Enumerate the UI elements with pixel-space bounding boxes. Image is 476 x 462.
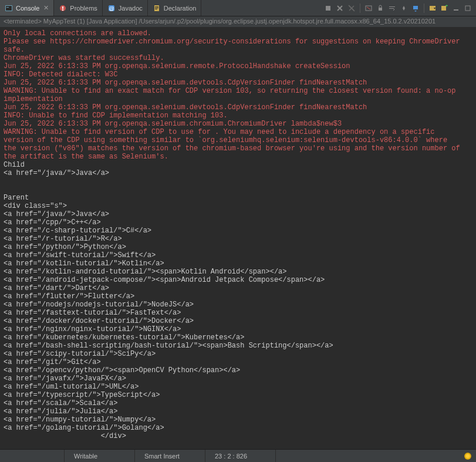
declaration-icon	[153, 4, 161, 12]
toolbar-separator	[424, 4, 424, 13]
console-line: version of the CDP using something simil…	[4, 136, 472, 144]
view-tab-bar: Console ✕ Problems @ Javadoc Declaration	[0, 0, 476, 16]
remove-all-icon[interactable]	[335, 4, 345, 13]
problems-icon	[59, 4, 67, 12]
tab-problems[interactable]: Problems	[54, 0, 102, 16]
svg-line-19	[367, 7, 370, 9]
close-icon[interactable]: ✕	[42, 4, 49, 12]
console-line: <a href="/bash-shell-scripting/bash-tuto…	[4, 342, 472, 350]
status-spacer-right	[276, 450, 476, 462]
clear-console-icon[interactable]	[364, 4, 373, 13]
svg-text:@: @	[109, 6, 114, 12]
tab-javadoc-label: Javadoc	[119, 5, 143, 12]
console-line: <a href="/kotlin-android-tutorial/"><spa…	[4, 268, 472, 276]
console-line: Please see https://chromedriver.chromium…	[4, 38, 472, 46]
console-line: <a href="/numpy-tutorial/">Numpy</a>	[4, 416, 472, 424]
console-line: Parent	[4, 194, 472, 202]
console-line: </div>	[4, 432, 472, 440]
scroll-lock-icon[interactable]	[376, 4, 385, 13]
console-line: <a href="/kotlin-tutorial/">Kotlin</a>	[4, 259, 472, 268]
stop-icon[interactable]	[323, 4, 333, 13]
svg-rect-11	[155, 9, 157, 9]
console-line: <a href="/kubernetes/kubernetes-tutorial…	[4, 333, 472, 342]
console-line: the artifact is the same as Selenium's.	[4, 153, 472, 161]
console-line: <a href="/fasttext-tutorial/">FastText</…	[4, 309, 472, 317]
console-line: <a href="/javafx/">JavaFX</a>	[4, 375, 472, 383]
console-line	[4, 186, 472, 194]
svg-rect-5	[62, 9, 63, 11]
console-line: <a href="/flutter/">Flutter</a>	[4, 292, 472, 301]
status-writable: Writable	[65, 450, 135, 462]
console-line: <a href="/swift-tutorial/">Swift</a>	[4, 251, 472, 259]
svg-rect-22	[389, 8, 393, 9]
console-line: <a href="/scipy-tutorial/">SciPy</a>	[4, 350, 472, 358]
tab-declaration[interactable]: Declaration	[148, 0, 202, 16]
console-line: Jun 25, 2022 6:13:33 PM org.openqa.selen…	[4, 79, 472, 87]
tab-javadoc[interactable]: @ Javadoc	[103, 0, 148, 16]
new-console-icon[interactable]	[440, 4, 449, 13]
console-line: <a href="/scala/">Scala</a>	[4, 399, 472, 407]
remove-launch-icon[interactable]	[347, 4, 356, 13]
console-line: <a href="/android-jetpack-compose/"><spa…	[4, 276, 472, 284]
view-toolbar	[323, 0, 472, 16]
console-line: <a href="/opencv/python/"><span>OpenCV P…	[4, 366, 472, 375]
console-line: <a href="/golang-tutorial/">Golang</a>	[4, 424, 472, 432]
svg-rect-2	[6, 7, 9, 8]
console-line: INFO: Unable to find CDP implementation …	[4, 112, 472, 120]
tab-declaration-label: Declaration	[164, 5, 197, 12]
editor-status-bar: Writable Smart Insert 23 : 2 : 826	[0, 449, 476, 462]
svg-rect-10	[155, 8, 158, 8]
console-line: <a href="/git/">Git</a>	[4, 358, 472, 366]
svg-rect-20	[379, 8, 382, 11]
console-line: <a href="/python/">Python</a>	[4, 243, 472, 251]
display-selected-icon[interactable]	[411, 4, 420, 13]
toolbar-separator	[360, 4, 360, 13]
tab-problems-label: Problems	[70, 5, 97, 12]
console-line: Child	[4, 161, 472, 169]
console-line: <a href="/uml-tutorial/">UML</a>	[4, 383, 472, 391]
console-line: <a href="/dart/">Dart</a>	[4, 284, 472, 292]
minimize-icon[interactable]	[451, 4, 461, 13]
console-line: <a href="/typescript/">TypeScript</a>	[4, 391, 472, 399]
console-line: INFO: Detected dialect: W3C	[4, 70, 472, 79]
status-spacer	[0, 450, 65, 462]
console-line: Jun 25, 2022 6:13:33 PM org.openqa.selen…	[4, 62, 472, 70]
status-insert-mode: Smart Insert	[135, 450, 205, 462]
svg-rect-9	[155, 6, 158, 7]
console-line: <a href="/cpp/">C++</a>	[4, 218, 472, 227]
console-line: <a href="/docker/docker-tutorial/">Docke…	[4, 317, 472, 325]
console-line: ChromeDriver was started successfully.	[4, 54, 472, 62]
status-cursor-position: 23 : 2 : 826	[205, 450, 276, 462]
console-output[interactable]: Only local connections are allowed.Pleas…	[0, 27, 476, 449]
maximize-icon[interactable]	[463, 4, 472, 13]
console-line: Jun 25, 2022 6:13:33 PM org.openqa.selen…	[4, 120, 472, 128]
console-line: <a href="/julia/">Julia</a>	[4, 407, 472, 416]
console-line: <a href="/nginx/nginx-tutorial/">NGINX</…	[4, 325, 472, 333]
console-line: Jun 25, 2022 6:13:33 PM org.openqa.selen…	[4, 103, 472, 112]
console-line: <a href="/java/">Java</a>	[4, 169, 472, 177]
console-line: <a href="/nodejs/nodejs-tutorial/">NodeJ…	[4, 301, 472, 309]
word-wrap-icon[interactable]	[387, 4, 397, 13]
svg-rect-12	[326, 6, 330, 11]
console-line: WARNING: Unable to find an exact match f…	[4, 87, 472, 95]
tab-console[interactable]: Console ✕	[0, 0, 54, 16]
console-line: <a href="/r-tutorial/">R</a>	[4, 235, 472, 243]
javadoc-icon: @	[107, 4, 116, 12]
svg-rect-31	[465, 6, 470, 11]
pin-console-icon[interactable]	[399, 4, 409, 13]
console-line: <a href="/c-sharp-tutorial/">C#</a>	[4, 227, 472, 235]
svg-marker-24	[414, 11, 417, 12]
open-console-icon[interactable]	[428, 4, 437, 13]
svg-rect-1	[6, 6, 12, 11]
console-line: implementation	[4, 95, 472, 103]
svg-rect-27	[441, 6, 446, 11]
svg-rect-4	[62, 6, 63, 9]
build-bulb-icon[interactable]	[464, 453, 471, 460]
svg-rect-23	[413, 6, 418, 9]
console-icon	[5, 4, 13, 12]
console-line: Only local connections are allowed.	[4, 29, 472, 38]
console-line: WARNING: Unable to find version of CDP t…	[4, 128, 472, 136]
svg-rect-21	[389, 6, 395, 7]
console-line: <div class="s">	[4, 202, 472, 210]
console-line: <a href="/java/">Java</a>	[4, 210, 472, 218]
